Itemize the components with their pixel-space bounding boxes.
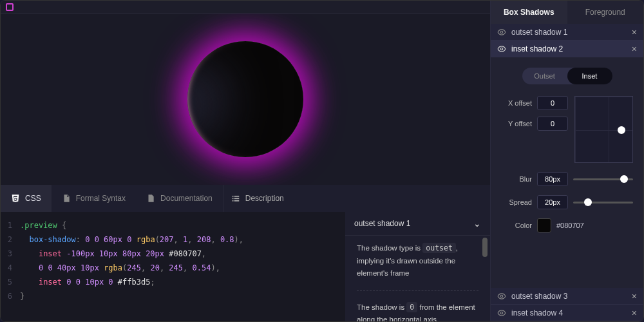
segment-outset[interactable]: Outset (522, 68, 567, 84)
divider (357, 290, 478, 291)
close-icon[interactable]: × (632, 291, 637, 301)
blur-slider[interactable] (573, 174, 633, 184)
description-pane: outset shadow 1 ⌄ The shadow type is out… (345, 212, 490, 321)
svg-rect-0 (232, 196, 234, 197)
svg-point-8 (500, 295, 503, 298)
eye-icon[interactable] (497, 292, 506, 301)
segment-inset[interactable]: Inset (567, 68, 612, 84)
tab-formal-label: Formal Syntax (76, 194, 126, 203)
eye-icon[interactable] (497, 44, 506, 53)
offset-grid-pad[interactable] (574, 96, 633, 163)
line-number: 5 (1, 275, 20, 289)
svg-point-7 (500, 48, 503, 50)
blur-input[interactable] (537, 172, 568, 186)
shadow-item-name: inset shadow 2 (511, 44, 563, 53)
svg-rect-2 (232, 198, 234, 199)
line-number: 6 (1, 289, 20, 303)
close-icon[interactable]: × (632, 44, 637, 54)
shadow-item-name: inset shadow 4 (511, 308, 563, 317)
shadow-list-item[interactable]: inset shadow 4 × (491, 305, 643, 321)
tab-css[interactable]: CSS (1, 185, 52, 212)
scrollbar-thumb[interactable] (482, 238, 488, 257)
tab-formal-syntax[interactable]: Formal Syntax (52, 185, 136, 212)
y-offset-label: Y offset (501, 120, 532, 128)
tab-css-label: CSS (25, 194, 41, 203)
properties-panel: Box Shadows Foreground outset shadow 1 ×… (490, 1, 643, 321)
shadow-list-item[interactable]: outset shadow 3 × (491, 288, 643, 305)
preview-canvas (1, 14, 490, 185)
eye-icon[interactable] (497, 308, 506, 317)
x-offset-label: X offset (501, 99, 532, 107)
shadow-type-segmented[interactable]: Outset Inset (522, 68, 612, 84)
description-title: Description (245, 194, 284, 203)
list-icon (231, 194, 240, 203)
tab-docs-label: Documentation (160, 194, 213, 203)
svg-rect-1 (234, 196, 239, 197)
x-offset-input[interactable] (537, 96, 568, 110)
y-offset-input[interactable] (537, 117, 568, 131)
close-icon[interactable]: × (632, 27, 637, 37)
svg-rect-5 (234, 200, 239, 202)
css-icon (11, 194, 20, 203)
color-swatch[interactable] (537, 218, 551, 232)
tab-box-shadows[interactable]: Box Shadows (491, 1, 567, 24)
offset-grid-thumb[interactable] (618, 126, 625, 134)
app-icon (6, 3, 14, 11)
window-titlebar (1, 1, 490, 14)
line-number: 4 (1, 261, 20, 275)
description-text: The shadow type is outset, implying it's… (345, 236, 490, 287)
svg-rect-4 (232, 200, 234, 202)
spread-input[interactable] (537, 195, 568, 209)
spread-slider[interactable] (573, 197, 633, 207)
line-number: 1 (1, 218, 20, 232)
eye-icon[interactable] (497, 28, 506, 37)
description-item-header[interactable]: outset shadow 1 ⌄ (345, 212, 490, 236)
preview-element (187, 41, 303, 157)
close-icon[interactable]: × (632, 308, 637, 318)
tab-foreground[interactable]: Foreground (567, 1, 644, 24)
code-editor[interactable]: 1.preview { 2 box-shadow: 0 0 60px 0 rgb… (1, 212, 345, 321)
color-label: Color (501, 222, 532, 229)
document-icon (62, 194, 71, 203)
line-number: 3 (1, 247, 20, 261)
chevron-down-icon: ⌄ (473, 218, 481, 229)
svg-rect-3 (234, 198, 239, 199)
shadow-item-name: outset shadow 3 (511, 292, 567, 301)
blur-label: Blur (501, 175, 532, 183)
slider-thumb[interactable] (620, 175, 628, 183)
line-number: 2 (1, 232, 20, 247)
shadow-list-item[interactable]: inset shadow 2 × (491, 41, 643, 57)
description-header-bar: Description (223, 185, 490, 212)
color-value: #080707 (556, 222, 584, 229)
description-item-title: outset shadow 1 (354, 219, 410, 228)
document-icon (146, 194, 155, 203)
tab-documentation[interactable]: Documentation (136, 185, 223, 212)
spread-label: Spread (501, 198, 532, 206)
description-text: The shadow is 0 from the element along t… (345, 295, 490, 322)
shadow-item-name: outset shadow 1 (511, 28, 567, 37)
svg-point-9 (500, 312, 503, 314)
slider-thumb[interactable] (584, 198, 592, 206)
shadow-list-item[interactable]: outset shadow 1 × (491, 24, 643, 41)
svg-point-6 (500, 31, 503, 33)
